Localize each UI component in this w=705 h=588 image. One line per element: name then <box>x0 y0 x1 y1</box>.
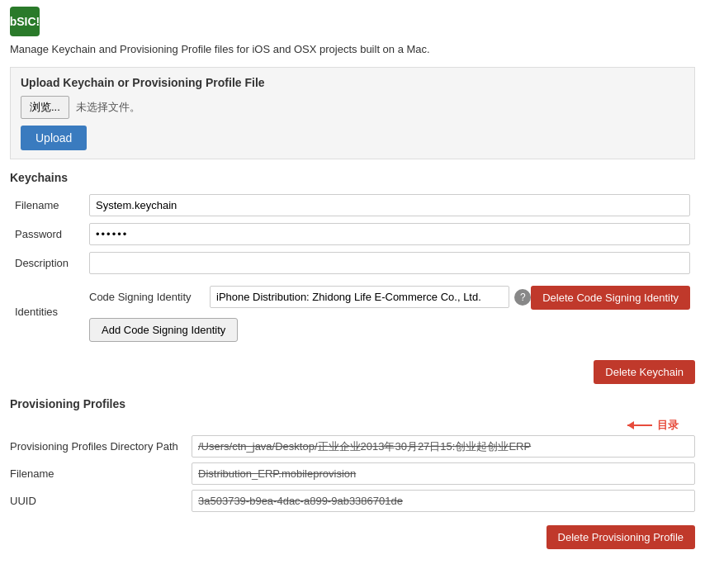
keychains-title: Keychains <box>10 171 695 184</box>
page-subtitle: Manage Keychain and Provisioning Profile… <box>10 43 695 55</box>
svg-marker-1 <box>627 421 634 429</box>
upload-title: Upload Keychain or Provisioning Profile … <box>21 76 684 89</box>
prov-filename-label: Filename <box>10 467 192 480</box>
delete-keychain-button[interactable]: Delete Keychain <box>594 360 695 384</box>
add-identity-button[interactable]: Add Code Signing Identity <box>89 318 238 342</box>
description-input[interactable] <box>89 252 690 274</box>
filename-cell <box>84 191 695 220</box>
add-identity-container: Add Code Signing Identity <box>89 315 690 342</box>
delete-keychain-container: Delete Keychain <box>10 353 695 384</box>
description-cell <box>84 249 695 277</box>
identities-inner: Delete Code Signing Identity Code Signin… <box>89 286 690 342</box>
annotation-arrow-svg <box>621 417 654 434</box>
prov-uuid-label: UUID <box>10 495 192 507</box>
identities-row: Identities Delete Code Signing Identity … <box>10 277 695 345</box>
description-label: Description <box>10 249 84 277</box>
upload-button[interactable]: Upload <box>21 126 87 150</box>
logo-icon: bSIC! <box>10 7 40 36</box>
filename-label: Filename <box>10 191 84 220</box>
logo-area: bSIC! <box>10 7 695 36</box>
password-input[interactable] <box>89 223 690 245</box>
password-cell <box>84 220 695 249</box>
identities-label: Identities <box>10 277 84 345</box>
no-file-label: 未选择文件。 <box>76 100 140 115</box>
upload-section: Upload Keychain or Provisioning Profile … <box>10 67 695 159</box>
prov-filename-input[interactable] <box>192 462 695 485</box>
keychains-section: Keychains Filename Password Description … <box>10 171 695 384</box>
password-row: Password <box>10 220 695 249</box>
keychains-form: Filename Password Description Identities <box>10 191 695 345</box>
filename-row: Filename <box>10 191 695 220</box>
prov-directory-input[interactable] <box>192 435 695 458</box>
filename-input[interactable] <box>89 194 690 216</box>
prov-uuid-input[interactable] <box>192 490 695 512</box>
prov-directory-label: Provisioning Profiles Directory Path <box>10 440 192 453</box>
annotation-container: 目录 <box>10 417 695 434</box>
code-signing-label: Code Signing Identity <box>89 291 205 303</box>
identities-cell: Delete Code Signing Identity Code Signin… <box>84 277 695 345</box>
logo-text: bSIC! <box>10 15 40 28</box>
password-label: Password <box>10 220 84 249</box>
browse-button[interactable]: 浏览... <box>21 96 69 119</box>
identity-row: Code Signing Identity ? <box>89 286 531 308</box>
upload-row: 浏览... 未选择文件。 <box>21 96 684 119</box>
delete-identity-button[interactable]: Delete Code Signing Identity <box>531 286 690 310</box>
annotation-text: 目录 <box>657 418 679 433</box>
delete-prov-button[interactable]: Delete Provisioning Profile <box>546 525 695 549</box>
prov-directory-row: Provisioning Profiles Directory Path <box>10 435 695 458</box>
prov-filename-row: Filename <box>10 462 695 485</box>
prov-uuid-row: UUID <box>10 490 695 512</box>
provisioning-title: Provisioning Profiles <box>10 397 695 410</box>
description-row: Description <box>10 249 695 277</box>
code-signing-input[interactable] <box>210 286 509 308</box>
help-icon[interactable]: ? <box>514 289 531 306</box>
provisioning-section: Provisioning Profiles 目录 Provisioning Pr… <box>10 397 695 512</box>
